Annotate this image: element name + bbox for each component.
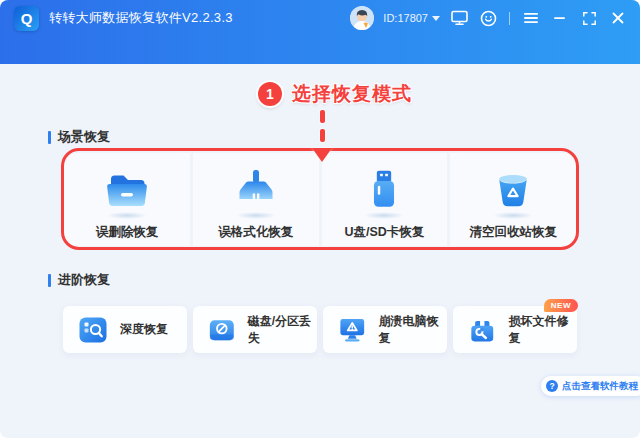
tutorial-link-button[interactable]: ? 点击查看软件教程 [541, 376, 640, 396]
tutorial-link-label: 点击查看软件教程 [562, 380, 638, 393]
new-badge: NEW [544, 299, 578, 312]
minimize-button[interactable] [550, 8, 570, 28]
card-label: 损坏文件修复 [509, 313, 577, 347]
app-title: 转转大师数据恢复软件V2.2.3.3 [49, 9, 233, 27]
icon-shadow [107, 212, 147, 219]
card-formatted-recovery[interactable]: 误格式化恢复 [193, 153, 319, 246]
minimize-icon [554, 12, 566, 24]
close-button[interactable] [608, 8, 628, 28]
user-id-dropdown[interactable]: ID:17807 [383, 12, 440, 24]
close-icon [612, 12, 624, 24]
hamburger-menu-icon [524, 12, 538, 24]
section-accent-bar [48, 131, 51, 144]
customer-service-button[interactable] [478, 8, 498, 28]
card-disk-partition-loss[interactable]: 磁盘/分区丢失 [193, 306, 317, 353]
user-id-label: ID:17807 [383, 12, 428, 24]
card-damaged-file-repair[interactable]: 损坏文件修复 NEW [453, 306, 577, 353]
scene-section-title: 场景恢复 [58, 128, 110, 146]
usb-drive-icon [364, 168, 404, 210]
advanced-cards-row: 深度恢复 磁盘/分区丢失 [63, 306, 577, 353]
recycle-bin-icon [491, 168, 535, 210]
chevron-down-icon [432, 16, 440, 21]
scene-section-header: 场景恢复 [48, 128, 110, 146]
brush-icon [234, 168, 278, 210]
card-label: 深度恢复 [120, 321, 168, 338]
section-accent-bar [48, 274, 51, 287]
file-repair-icon [468, 315, 497, 345]
icon-shadow [493, 212, 533, 219]
card-label: 误格式化恢复 [218, 224, 293, 241]
device-monitor-button[interactable] [449, 8, 469, 28]
maximize-icon [583, 12, 596, 25]
card-recycle-bin-recovery[interactable]: 清空回收站恢复 [450, 153, 576, 246]
icon-shadow [236, 212, 276, 219]
icon-shadow [364, 212, 404, 219]
folder-icon [104, 170, 150, 210]
user-avatar[interactable] [350, 6, 374, 30]
customer-service-icon [480, 10, 497, 27]
title-bar: Q 转转大师数据恢复软件V2.2.3.3 ID:17807 [0, 0, 640, 64]
app-window: Q 转转大师数据恢复软件V2.2.3.3 ID:17807 [0, 0, 640, 438]
card-label: 崩溃电脑恢复 [379, 313, 447, 347]
card-deleted-file-recovery[interactable]: 误删除恢复 [64, 153, 190, 246]
card-deep-recovery[interactable]: 深度恢复 [63, 306, 187, 353]
disk-icon [208, 315, 236, 345]
step-annotation: 1 选择恢复模式 [258, 81, 412, 107]
step-annotation-text: 选择恢复模式 [292, 81, 412, 107]
titlebar-divider [509, 12, 510, 25]
advanced-section-title: 进阶恢复 [58, 271, 110, 289]
card-usb-sd-recovery[interactable]: U盘/SD卡恢复 [322, 153, 448, 246]
crashed-computer-icon [338, 316, 367, 344]
card-label: U盘/SD卡恢复 [344, 224, 424, 241]
advanced-section-header: 进阶恢复 [48, 271, 110, 289]
scene-cards-row: 误删除恢复 误格式化恢复 [64, 153, 576, 246]
card-label: 清空回收站恢复 [469, 224, 557, 241]
card-label: 误删除恢复 [96, 224, 159, 241]
step-number-badge: 1 [258, 82, 282, 106]
card-label: 磁盘/分区丢失 [248, 313, 317, 347]
help-icon: ? [546, 380, 558, 392]
menu-button[interactable] [521, 8, 541, 28]
maximize-button[interactable] [579, 8, 599, 28]
card-crashed-computer-recovery[interactable]: 崩溃电脑恢复 [323, 306, 447, 353]
app-logo-icon: Q [14, 6, 39, 31]
annotation-arrow-down-icon [312, 110, 332, 162]
monitor-icon [451, 10, 468, 26]
deep-scan-icon [78, 315, 108, 345]
